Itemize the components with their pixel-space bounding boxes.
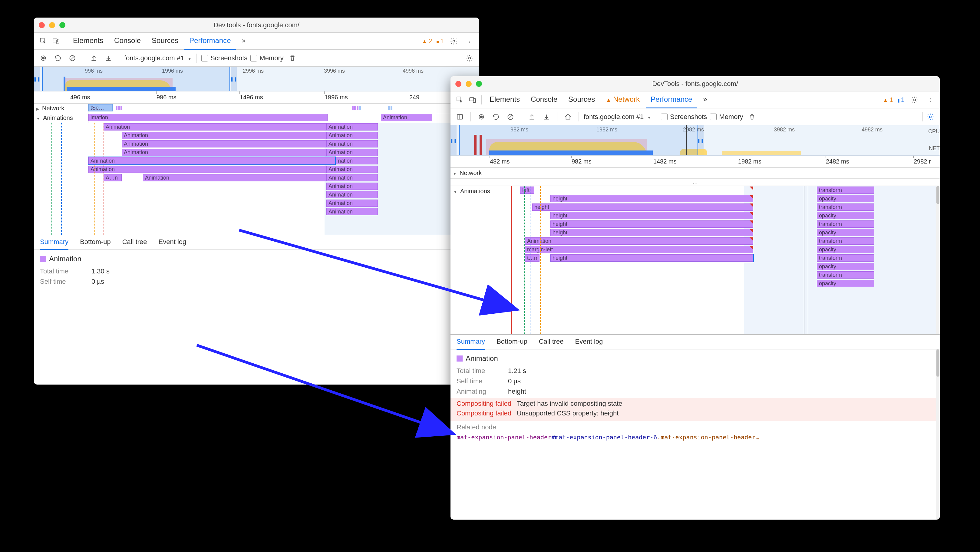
more-menu-icon[interactable]: ⋮ — [924, 94, 936, 106]
flamechart[interactable]: leftheightheightheightheightheightAnimat… — [511, 186, 940, 334]
network-lane[interactable]: Network tSe… — [34, 103, 479, 113]
garbage-collect-icon[interactable] — [287, 52, 298, 64]
close-window-button[interactable] — [455, 81, 461, 87]
capture-settings-icon[interactable] — [464, 52, 475, 64]
flame-event[interactable]: Animation — [381, 114, 432, 121]
inspect-element-icon[interactable] — [454, 94, 466, 106]
network-disclosure[interactable] — [453, 170, 458, 177]
memory-checkbox[interactable]: Memory — [250, 54, 283, 62]
inspect-element-icon[interactable] — [38, 35, 49, 47]
flame-event[interactable]: Animation — [326, 132, 378, 139]
flame-event[interactable]: imation — [88, 114, 328, 121]
minimize-window-button[interactable] — [466, 81, 472, 87]
tab-elements[interactable]: Elements — [485, 91, 525, 108]
flame-event[interactable]: Animation — [326, 165, 378, 173]
flame-event[interactable]: Animation — [88, 165, 334, 173]
related-node-link[interactable]: mat-expansion-panel-header#mat-expansion… — [457, 434, 934, 441]
flame-event[interactable]: left — [520, 186, 534, 194]
download-profile-icon[interactable] — [541, 111, 552, 122]
flame-event[interactable]: opacity — [817, 280, 874, 287]
tab-eventlog[interactable]: Event log — [159, 235, 186, 250]
record-button[interactable] — [38, 52, 49, 64]
expand-more[interactable]: … — [450, 179, 940, 186]
flame-event[interactable]: transform — [817, 237, 874, 245]
flame-event[interactable]: Animation — [122, 132, 334, 139]
tab-bottomup[interactable]: Bottom-up — [496, 335, 527, 350]
reload-record-button[interactable] — [490, 111, 502, 122]
flame-event[interactable]: transform — [817, 255, 874, 262]
flame-event[interactable]: margin-left — [525, 246, 753, 253]
flame-event[interactable]: Animation — [326, 191, 378, 198]
flame-event[interactable]: height — [550, 229, 753, 236]
flame-event[interactable]: opacity — [817, 229, 874, 236]
overview-left-handle[interactable]: ❚❚ — [34, 67, 40, 91]
settings-icon[interactable] — [909, 94, 920, 106]
network-disclosure[interactable] — [36, 105, 40, 112]
flame-event[interactable]: A…n — [103, 174, 122, 181]
flame-event[interactable]: Animation — [122, 149, 334, 156]
flame-event[interactable]: transform — [817, 220, 874, 228]
flame-event[interactable]: Animation — [326, 200, 378, 207]
record-button[interactable] — [476, 111, 487, 122]
tab-calltree[interactable]: Call tree — [123, 235, 147, 250]
tab-performance[interactable]: Performance — [185, 33, 235, 50]
warnings-badge[interactable]: 1 — [883, 96, 893, 104]
home-icon[interactable] — [562, 111, 574, 122]
tab-console[interactable]: Console — [526, 91, 562, 108]
flame-event[interactable]: transform — [817, 271, 874, 278]
flame-event[interactable]: Animation — [326, 174, 378, 181]
recording-select[interactable]: fonts.google.com #1 — [584, 113, 651, 121]
tab-console[interactable]: Console — [109, 33, 146, 50]
maximize-window-button[interactable] — [59, 22, 65, 28]
recording-select[interactable]: fonts.google.com #1 — [124, 54, 191, 62]
flame-event[interactable]: transform — [817, 186, 874, 194]
network-item[interactable]: tSe… — [88, 104, 113, 111]
flame-event[interactable]: opacity — [817, 212, 874, 219]
tab-eventlog[interactable]: Event log — [575, 335, 603, 350]
overview-left-handle[interactable]: ❚❚ — [450, 126, 457, 155]
warnings-badge[interactable]: 2 — [422, 37, 432, 45]
timeline-overview[interactable]: ❚❚ ❚❚ 996 ms 1996 ms 2996 ms 3996 ms 499… — [34, 67, 479, 91]
flame-event[interactable]: height — [550, 212, 753, 219]
flame-event[interactable]: height — [532, 204, 753, 211]
flame-event[interactable]: height — [550, 195, 753, 202]
minimize-window-button[interactable] — [49, 22, 55, 28]
tab-more[interactable]: » — [698, 91, 712, 108]
upload-profile-icon[interactable] — [88, 52, 100, 64]
flame-event[interactable]: Animation — [326, 140, 378, 148]
flame-event[interactable]: Animation — [143, 174, 334, 181]
flame-event[interactable]: opacity — [817, 195, 874, 202]
clear-button[interactable] — [505, 111, 516, 122]
tab-sources[interactable]: Sources — [563, 91, 600, 108]
clear-button[interactable] — [67, 52, 78, 64]
tab-calltree[interactable]: Call tree — [539, 335, 564, 350]
tab-more[interactable]: » — [237, 33, 251, 50]
overview-selection[interactable] — [42, 67, 230, 91]
tab-bottomup[interactable]: Bottom-up — [80, 235, 111, 250]
flame-event[interactable]: Animation — [326, 123, 378, 130]
flame-event[interactable]: Animation — [326, 183, 378, 190]
messages-badge[interactable]: 1 — [897, 96, 905, 104]
dock-side-icon[interactable] — [454, 111, 466, 122]
flame-event-selected[interactable]: Animation — [88, 157, 335, 164]
tab-network[interactable]: Network — [601, 91, 644, 108]
screenshots-checkbox[interactable]: Screenshots — [201, 54, 247, 62]
flame-event[interactable]: opacity — [817, 263, 874, 270]
animations-disclosure[interactable] — [36, 115, 41, 121]
overview-selection[interactable] — [459, 126, 698, 155]
tab-elements[interactable]: Elements — [68, 33, 108, 50]
flame-event[interactable]: Animation — [122, 140, 334, 148]
animations-disclosure[interactable] — [453, 188, 458, 195]
flame-event[interactable]: opacity — [817, 246, 874, 253]
reload-record-button[interactable] — [52, 52, 64, 64]
timeline-overview[interactable]: ❚❚ ❚❚ 982 ms 1982 ms 2982 ms 3982 ms 498… — [450, 126, 940, 156]
screenshots-checkbox[interactable]: Screenshots — [661, 113, 707, 121]
maximize-window-button[interactable] — [476, 81, 482, 87]
animations-lane[interactable]: Animations imation Animation — [34, 113, 479, 122]
more-menu-icon[interactable]: ⋮ — [464, 35, 475, 47]
close-window-button[interactable] — [39, 22, 45, 28]
timeline-ruler[interactable]: 496 ms 996 ms 1496 ms 1996 ms 249 — [34, 91, 479, 103]
network-lane[interactable]: Network — [450, 168, 940, 179]
flame-event[interactable]: Animation — [525, 237, 753, 245]
scrollbar-vertical[interactable] — [936, 350, 940, 520]
